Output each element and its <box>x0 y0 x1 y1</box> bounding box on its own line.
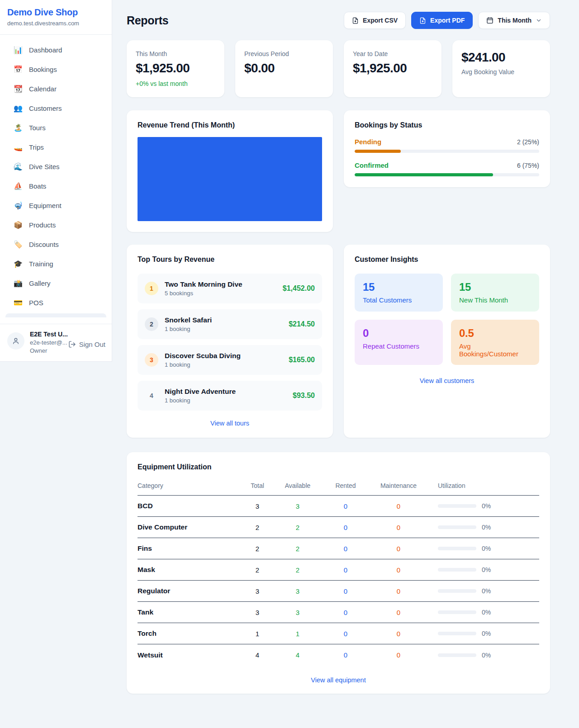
sidebar-item-bookings[interactable]: 📅 Bookings <box>0 60 112 79</box>
camera-icon: 📸 <box>14 280 23 287</box>
available-cell: 3 <box>272 609 323 616</box>
shop-name: Demo Dive Shop <box>7 7 104 18</box>
status-bar-fill <box>355 150 401 153</box>
rank-badge: 3 <box>145 353 158 367</box>
utilization-percent: 0% <box>482 566 491 573</box>
table-row: Tank 3 3 0 0 0% <box>138 602 539 623</box>
tile-new-this-month: 15 New This Month <box>451 274 539 312</box>
column-header-maintenance: Maintenance <box>368 482 429 489</box>
table-row: Torch 1 1 0 0 0% <box>138 623 539 644</box>
status-bar-fill <box>355 173 493 176</box>
shop-domain: demo.test.divestreams.com <box>7 20 104 27</box>
tile-value: 0 <box>363 327 435 340</box>
export-csv-label: Export CSV <box>363 17 398 24</box>
rented-cell: 0 <box>323 609 368 616</box>
user-email: e2e-tester@... <box>30 339 63 346</box>
status-label: Confirmed <box>355 161 389 169</box>
utilization-cell: 0% <box>429 587 539 595</box>
total-cell: 1 <box>242 630 272 638</box>
customer-insights-card: Customer Insights 15 Total Customers 15 … <box>344 245 550 438</box>
graduation-cap-icon: 🎓 <box>14 260 23 268</box>
period-dropdown[interactable]: This Month <box>478 12 550 29</box>
table-row: BCD 3 3 0 0 0% <box>138 496 539 517</box>
table-row: Mask 2 2 0 0 0% <box>138 559 539 581</box>
table-row: Regulator 3 3 0 0 0% <box>138 581 539 602</box>
view-all-customers-link[interactable]: View all customers <box>355 377 539 384</box>
customers-icon: 👥 <box>14 105 23 112</box>
stat-card-this-month: This Month $1,925.00 +0% vs last month <box>127 40 224 97</box>
status-label: Pending <box>355 138 381 146</box>
maintenance-cell: 0 <box>368 630 429 638</box>
view-all-equipment-link[interactable]: View all equipment <box>138 676 539 684</box>
stat-card-avg-booking-value: $241.00 Avg Booking Value <box>452 40 550 97</box>
tour-bookings: 1 booking <box>165 361 282 368</box>
maintenance-cell: 0 <box>368 609 429 616</box>
stat-delta: +0% vs last month <box>136 80 215 87</box>
file-download-icon <box>419 17 426 24</box>
export-csv-button[interactable]: Export CSV <box>344 12 406 29</box>
stat-cards: This Month $1,925.00 +0% vs last month P… <box>127 40 550 97</box>
sidebar-item-products[interactable]: 📦 Products <box>0 215 112 235</box>
tour-name: Discover Scuba Diving <box>165 352 282 360</box>
sidebar-item-equipment[interactable]: 🤿 Equipment <box>0 196 112 215</box>
utilization-percent: 0% <box>482 502 491 510</box>
sidebar-user-panel: E2E Test U... e2e-tester@... Owner Sign … <box>0 324 112 361</box>
stat-card-year-to-date: Year to Date $1,925.00 <box>344 40 441 97</box>
tour-name: Snorkel Safari <box>165 316 282 324</box>
sidebar-item-customers[interactable]: 👥 Customers <box>0 99 112 118</box>
category-cell: BCD <box>138 502 242 510</box>
sidebar-item-pos[interactable]: 💳 POS <box>0 293 112 312</box>
total-cell: 2 <box>242 566 272 574</box>
table-row: Wetsuit 4 4 0 0 0% <box>138 644 539 666</box>
tile-repeat-customers: 0 Repeat Customers <box>355 320 443 365</box>
utilization-bar <box>438 568 476 572</box>
rented-cell: 0 <box>323 651 368 659</box>
stat-card-previous-period: Previous Period $0.00 <box>235 40 333 97</box>
insights-row: Top Tours by Revenue 1 Two Tank Morning … <box>127 245 550 438</box>
maintenance-cell: 0 <box>368 502 429 510</box>
tours-island-icon: 🏝️ <box>14 124 23 132</box>
revenue-trend-bar <box>138 137 322 221</box>
sidebar-item-training[interactable]: 🎓 Training <box>0 254 112 274</box>
sidebar-item-label: POS <box>29 299 43 307</box>
sidebar-item-boats[interactable]: ⛵ Boats <box>0 176 112 196</box>
tour-amount: $214.50 <box>289 320 315 328</box>
rented-cell: 0 <box>323 630 368 638</box>
sidebar: Demo Dive Shop demo.test.divestreams.com… <box>0 0 112 362</box>
sidebar-item-calendar[interactable]: 📆 Calendar <box>0 79 112 99</box>
column-header-available: Available <box>272 482 323 489</box>
available-cell: 2 <box>272 566 323 574</box>
sidebar-item-reports-partial[interactable] <box>5 313 106 317</box>
sidebar-item-label: Dive Sites <box>29 163 60 170</box>
available-cell: 2 <box>272 545 323 553</box>
category-cell: Dive Computer <box>138 523 242 531</box>
sailboat-icon: ⛵ <box>14 183 23 190</box>
equipment-utilization-title: Equipment Utilization <box>138 463 539 471</box>
utilization-percent: 0% <box>482 587 491 595</box>
sidebar-item-trips[interactable]: 🚤 Trips <box>0 137 112 157</box>
tour-row: 1 Two Tank Morning Dive 5 bookings $1,45… <box>138 274 322 303</box>
sidebar-item-gallery[interactable]: 📸 Gallery <box>0 274 112 293</box>
person-icon <box>12 337 20 345</box>
sidebar-item-dashboard[interactable]: 📊 Dashboard <box>0 40 112 60</box>
sign-out-button[interactable]: Sign Out <box>68 340 105 348</box>
view-all-tours-link[interactable]: View all tours <box>138 420 322 427</box>
category-cell: Mask <box>138 566 242 574</box>
tile-label: Total Customers <box>363 296 435 304</box>
user-meta: E2E Test U... e2e-tester@... Owner <box>30 331 63 354</box>
tile-value: 15 <box>363 281 435 293</box>
utilization-cell: 0% <box>429 630 539 637</box>
utilization-percent: 0% <box>482 630 491 637</box>
sidebar-item-discounts[interactable]: 🏷️ Discounts <box>0 235 112 254</box>
sidebar-item-tours[interactable]: 🏝️ Tours <box>0 118 112 137</box>
wave-icon: 🌊 <box>14 163 23 170</box>
sidebar-item-dive-sites[interactable]: 🌊 Dive Sites <box>0 157 112 176</box>
table-body: BCD 3 3 0 0 0% Dive Computer 2 2 0 0 0% … <box>138 496 539 666</box>
tile-value: 0.5 <box>459 327 531 340</box>
utilization-cell: 0% <box>429 652 539 659</box>
tour-row: 4 Night Dive Adventure 1 booking $93.50 <box>138 381 322 411</box>
rank-badge: 4 <box>145 389 158 402</box>
available-cell: 1 <box>272 630 323 638</box>
available-cell: 4 <box>272 651 323 659</box>
export-pdf-button[interactable]: Export PDF <box>411 12 473 29</box>
